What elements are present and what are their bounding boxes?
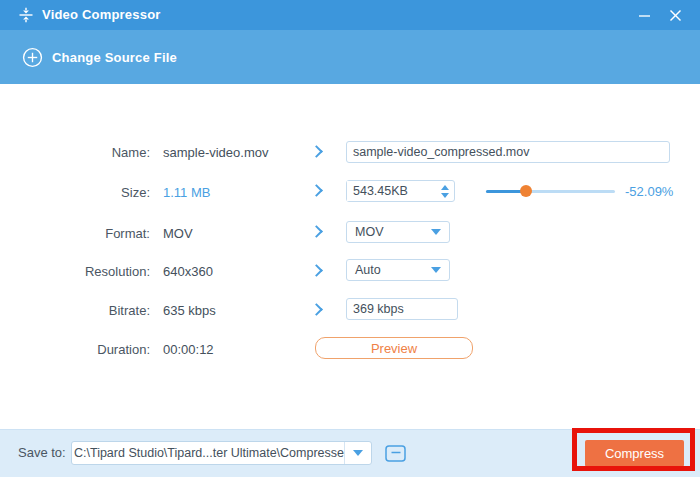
output-name-input[interactable] [346,141,670,163]
change-source-file-button[interactable]: Change Source File [22,44,177,70]
size-source-value: 1.11 MB [163,185,210,200]
subheader-bar: Change Source File [0,30,700,84]
compress-button[interactable]: Compress [585,440,684,467]
chevron-right-icon [310,145,323,158]
compress-button-label: Compress [605,446,664,461]
chevron-right-icon [310,303,323,316]
window-title: Video Compressor [42,0,161,30]
compress-icon [18,7,34,23]
output-size-field [346,180,455,202]
chevron-right-icon [310,225,323,238]
plus-circle-icon [22,47,43,68]
resolution-dropdown-value: Auto [355,263,381,277]
preview-button-label: Preview [371,341,417,356]
size-slider[interactable] [486,185,615,197]
output-bitrate-input[interactable] [346,298,458,320]
format-dropdown[interactable]: MOV [346,221,450,243]
resolution-dropdown[interactable]: Auto [346,259,450,281]
duration-source-value: 00:00:12 [163,342,214,357]
format-label: Format: [20,226,150,241]
close-button[interactable] [660,0,690,30]
stepper-down-icon[interactable] [441,193,449,198]
format-source-value: MOV [163,226,193,241]
resolution-label: Resolution: [20,264,150,279]
save-path-combobox[interactable]: C:\Tipard Studio\Tipard...ter Ultimate\C… [71,441,372,465]
save-path-value: C:\Tipard Studio\Tipard...ter Ultimate\C… [72,442,344,464]
chevron-right-icon [310,184,323,197]
format-dropdown-value: MOV [355,225,383,239]
name-source-value: sample-video.mov [163,145,269,160]
close-icon [669,9,682,22]
minimize-icon [638,9,651,22]
chevron-right-icon [310,264,323,277]
bitrate-source-value: 635 kbps [163,303,216,318]
resolution-source-value: 640x360 [163,264,213,279]
stepper-up-icon[interactable] [441,185,449,190]
minimize-button[interactable] [629,0,659,30]
caret-down-icon [353,450,363,456]
open-folder-button[interactable] [384,443,408,464]
duration-label: Duration: [20,342,150,357]
caret-down-icon [431,229,441,235]
caret-down-icon [431,267,441,273]
preview-button[interactable]: Preview [315,337,473,359]
size-stepper[interactable] [441,185,449,198]
output-size-input[interactable] [347,181,427,201]
save-to-label: Save to: [18,429,66,477]
video-compressor-window: { "window": { "title": "Video Compressor… [0,0,700,477]
open-folder-icon [385,444,407,463]
save-path-dropdown-toggle[interactable] [344,442,371,464]
bitrate-label: Bitrate: [20,303,150,318]
titlebar[interactable]: Video Compressor [0,0,700,30]
change-source-file-label: Change Source File [52,50,177,65]
size-label: Size: [20,185,150,200]
slider-handle[interactable] [520,185,532,197]
name-label: Name: [20,145,150,160]
size-reduction-percent: -52.09% [625,184,673,199]
